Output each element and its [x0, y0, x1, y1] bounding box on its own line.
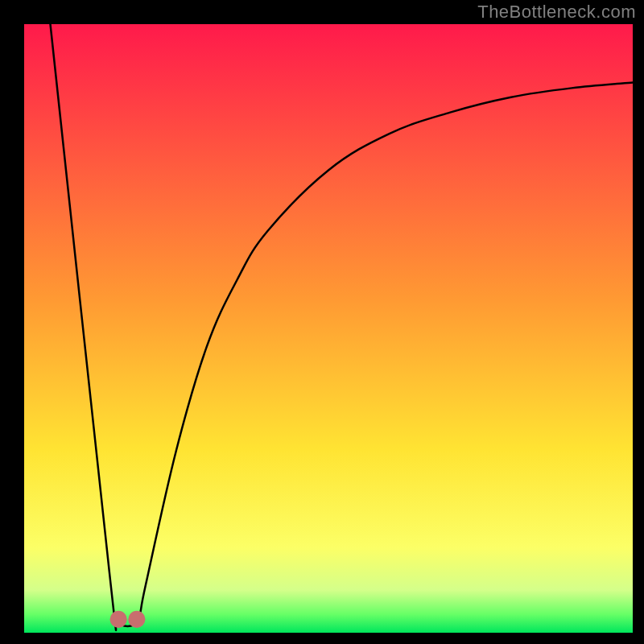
plot-canvas — [0, 0, 644, 644]
vertex-marker — [128, 611, 145, 628]
plot-background — [24, 24, 633, 633]
chart-frame: TheBottleneck.com — [0, 0, 644, 644]
vertex-marker — [110, 611, 127, 628]
